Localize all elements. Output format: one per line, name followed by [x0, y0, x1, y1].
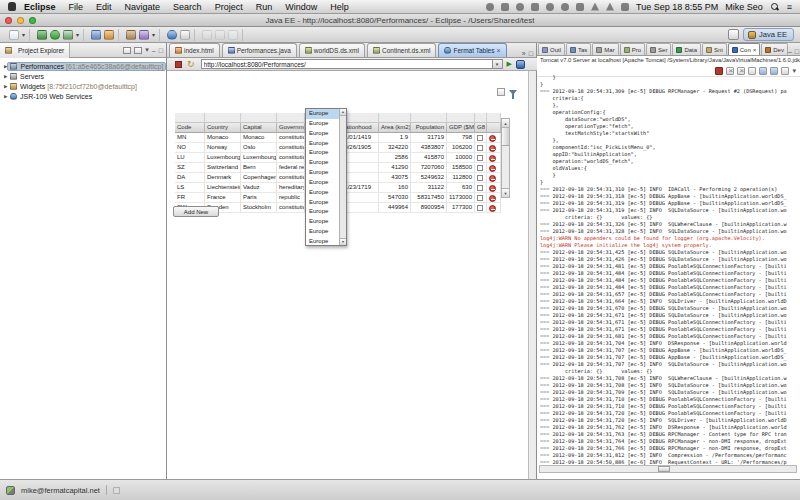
- view-tab[interactable]: Tas ×: [566, 43, 591, 55]
- g8-checkbox[interactable]: [477, 145, 483, 151]
- close-tab-icon[interactable]: ×: [496, 47, 500, 54]
- tree-item[interactable]: ▶ Servers: [0, 71, 166, 81]
- column-header-code[interactable]: Code: [175, 123, 205, 133]
- eclipse-titlebar[interactable]: Java EE - http://localhost:8080/Performa…: [0, 14, 800, 27]
- picklist-option[interactable]: Europe: [306, 237, 340, 247]
- g8-checkbox[interactable]: [477, 175, 483, 181]
- menu-item[interactable]: Search: [173, 2, 202, 12]
- delete-row-icon[interactable]: [489, 175, 496, 182]
- picklist-option[interactable]: Europe: [306, 158, 340, 168]
- ant-build-icon[interactable]: [139, 30, 149, 40]
- view-tab[interactable]: Pro ×: [620, 43, 645, 55]
- editor-scrollbar[interactable]: [528, 71, 536, 479]
- view-tab[interactable]: Mar ×: [592, 43, 618, 55]
- scroll-down-icon[interactable]: ▼: [502, 188, 509, 197]
- browser-go-icon[interactable]: ▶: [507, 60, 512, 68]
- sync-status-icon[interactable]: [486, 3, 494, 11]
- picklist-scrollbar[interactable]: ▲ ▼: [339, 109, 346, 245]
- menu-item[interactable]: Project: [215, 2, 243, 12]
- add-new-button[interactable]: Add New: [173, 206, 219, 217]
- last-edit-location-icon[interactable]: [228, 30, 238, 40]
- open-external-browser-icon[interactable]: [516, 60, 525, 69]
- delete-row-icon[interactable]: [489, 195, 496, 202]
- picklist-option[interactable]: Europe: [306, 129, 340, 139]
- editor-tab[interactable]: index.html ×: [169, 43, 220, 57]
- open-perspective-icon[interactable]: [728, 29, 739, 40]
- volume-icon[interactable]: [591, 3, 599, 11]
- wifi-icon[interactable]: [531, 3, 539, 11]
- messenger-status-icon[interactable]: [6, 486, 15, 495]
- column-header-g8[interactable]: G8: [475, 123, 487, 133]
- minimize-view-icon[interactable]: –: [788, 48, 792, 55]
- column-header-area[interactable]: Area (km2): [379, 123, 411, 133]
- menu-item[interactable]: Help: [330, 2, 349, 12]
- picklist-option[interactable]: Europe: [306, 217, 340, 227]
- g8-checkbox[interactable]: [477, 155, 483, 161]
- picklist-option[interactable]: Europe: [306, 148, 340, 158]
- picklist-scroll-up-icon[interactable]: ▲: [340, 109, 346, 116]
- picklist-option[interactable]: Europe: [306, 198, 340, 208]
- tree-item[interactable]: ▶ Widgets [8:75f210cf72b0@defaulttcp]: [0, 81, 166, 91]
- new-wizard-icon[interactable]: [9, 30, 19, 40]
- delete-row-icon[interactable]: [489, 135, 496, 142]
- web-browser-icon[interactable]: [167, 30, 177, 40]
- console-log[interactable]: }}=== 2012-09-18 20:54:31,309 [ec-5] DEB…: [537, 74, 800, 466]
- view-tab[interactable]: Sni ×: [702, 43, 727, 55]
- delete-row-icon[interactable]: [489, 165, 496, 172]
- tab-project-explorer[interactable]: Project Explorer: [0, 43, 70, 58]
- picklist-option[interactable]: Europe: [306, 207, 340, 217]
- network-icon[interactable]: [516, 3, 524, 11]
- run-caret-icon[interactable]: ▾: [76, 31, 79, 38]
- picklist-option[interactable]: Europe: [306, 109, 340, 119]
- search-toolbar-icon[interactable]: [180, 30, 190, 40]
- view-tab[interactable]: Ser ×: [646, 43, 671, 55]
- view-tab[interactable]: Outl ×: [538, 43, 565, 55]
- column-header-capital[interactable]: Capital: [241, 123, 277, 133]
- notification-center-icon[interactable]: ≡: [787, 2, 792, 12]
- back-history-icon[interactable]: [202, 30, 212, 40]
- dev-tools-icon[interactable]: [546, 3, 554, 11]
- export-war-icon[interactable]: [126, 30, 136, 40]
- maximize-view-icon[interactable]: □: [795, 48, 799, 55]
- menu-item[interactable]: Edit: [96, 2, 112, 12]
- picklist-option[interactable]: Europe: [306, 178, 340, 188]
- status-progress-icon[interactable]: [113, 487, 120, 494]
- menubar-user[interactable]: Mike Seo: [725, 2, 763, 12]
- view-menu-icon[interactable]: ▾: [145, 46, 149, 54]
- g8-checkbox[interactable]: [477, 205, 483, 211]
- picklist-option[interactable]: Europe: [306, 119, 340, 129]
- scroll-up-icon[interactable]: ▲: [502, 119, 509, 128]
- input-source-icon[interactable]: [606, 3, 614, 11]
- column-header-population[interactable]: Population: [411, 123, 447, 133]
- delete-row-icon[interactable]: [489, 185, 496, 192]
- browser-stop-icon[interactable]: [175, 61, 182, 68]
- column-header-country[interactable]: Country: [205, 123, 241, 133]
- g8-checkbox[interactable]: [477, 195, 483, 201]
- column-header-gdp[interactable]: GDP ($M): [447, 123, 475, 133]
- g8-checkbox[interactable]: [477, 185, 483, 191]
- apple-icon[interactable]: [8, 2, 16, 11]
- g8-checkbox[interactable]: [477, 165, 483, 171]
- menu-item[interactable]: Navigate: [125, 2, 161, 12]
- run-icon[interactable]: [50, 30, 60, 40]
- picklist-option[interactable]: Europe: [306, 168, 340, 178]
- close-tab-icon[interactable]: ×: [753, 47, 757, 53]
- view-tab[interactable]: Data ×: [672, 43, 701, 55]
- filter-funnel-icon[interactable]: [509, 90, 517, 95]
- maximize-view-icon[interactable]: □: [159, 47, 163, 54]
- picklist-option[interactable]: Europe: [306, 227, 340, 237]
- editor-tab[interactable]: Performances.java ×: [222, 43, 297, 57]
- browser-url-input[interactable]: [201, 59, 493, 69]
- editor-tab[interactable]: worldDS.ds.xml ×: [299, 43, 365, 57]
- menu-item[interactable]: Run: [256, 2, 273, 12]
- delete-row-icon[interactable]: [489, 145, 496, 152]
- menu-item[interactable]: Window: [285, 2, 317, 12]
- picklist-option[interactable]: Europe: [306, 188, 340, 198]
- grid-vertical-scrollbar[interactable]: ▲ ▼: [501, 118, 510, 198]
- scrollbar-thumb[interactable]: [658, 466, 670, 472]
- maximize-editor-icon[interactable]: □: [529, 50, 533, 57]
- menu-item[interactable]: Eclipse: [24, 2, 56, 12]
- tab-overflow-chevron-icon[interactable]: »: [522, 50, 526, 57]
- spotlight-icon[interactable]: [770, 2, 780, 12]
- g8-checkbox[interactable]: [477, 135, 483, 141]
